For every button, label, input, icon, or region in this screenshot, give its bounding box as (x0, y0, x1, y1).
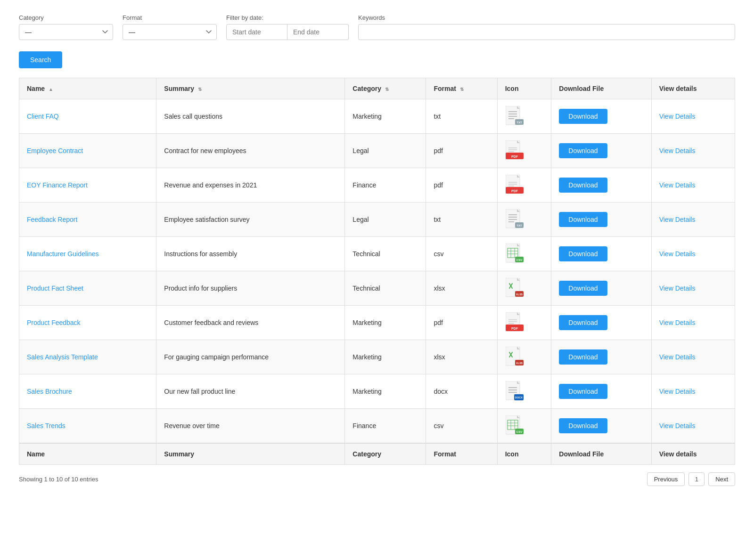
cell-view-details: View Details (651, 203, 735, 237)
col-name-label: Name (27, 85, 45, 92)
category-filter-group: Category — (19, 14, 113, 40)
table-row: EOY Finance Report Revenue and expenses … (19, 168, 735, 203)
cell-view-details: View Details (651, 306, 735, 340)
name-link[interactable]: Client FAQ (27, 113, 59, 120)
cell-download: Download (551, 271, 651, 306)
category-sort-icon[interactable]: ⇅ (385, 87, 389, 92)
cell-category: Marketing (345, 99, 426, 134)
name-link[interactable]: Sales Brochure (27, 388, 72, 395)
download-button[interactable]: Download (559, 315, 607, 330)
previous-button[interactable]: Previous (647, 472, 685, 486)
cell-summary: Customer feedback and reviews (156, 306, 345, 340)
view-details-link[interactable]: View Details (659, 113, 696, 120)
download-button[interactable]: Download (559, 281, 607, 296)
end-date-input[interactable] (287, 24, 349, 40)
name-link[interactable]: Feedback Report (27, 216, 77, 223)
cell-name: Client FAQ (19, 99, 156, 134)
cell-icon: PDF (497, 306, 551, 340)
cell-name: Sales Analysis Template (19, 340, 156, 374)
svg-text:CSV: CSV (516, 430, 522, 433)
download-button[interactable]: Download (559, 246, 607, 261)
download-button[interactable]: Download (559, 143, 607, 158)
download-button[interactable]: Download (559, 384, 607, 399)
file-icon-pdf: PDF (505, 140, 524, 161)
file-icon-xlsx: XLS5 (505, 278, 524, 299)
view-details-link[interactable]: View Details (659, 319, 696, 326)
name-link[interactable]: Product Feedback (27, 319, 81, 326)
view-details-link[interactable]: View Details (659, 388, 696, 395)
file-icon-txt: TXT (505, 106, 524, 127)
cell-icon: DOCX (497, 374, 551, 409)
table-row: Feedback Report Employee satisfaction su… (19, 203, 735, 237)
name-link[interactable]: Sales Trends (27, 422, 66, 430)
file-icon-pdf: PDF (505, 175, 524, 195)
date-inputs (226, 24, 349, 40)
category-select[interactable]: — (19, 24, 113, 40)
next-button[interactable]: Next (708, 472, 735, 486)
footer-col-download: Download File (551, 443, 651, 465)
view-details-link[interactable]: View Details (659, 422, 696, 430)
view-details-link[interactable]: View Details (659, 181, 696, 189)
cell-format: docx (426, 374, 497, 409)
footer-col-name: Name (19, 443, 156, 465)
summary-sort-icon[interactable]: ⇅ (198, 87, 202, 92)
date-filter-group: Filter by date: (226, 14, 349, 40)
file-icon-csv: CSV (505, 415, 524, 436)
table-row: Product Fact Sheet Product info for supp… (19, 271, 735, 306)
col-category-label: Category (352, 85, 381, 92)
download-button[interactable]: Download (559, 212, 607, 227)
cell-download: Download (551, 99, 651, 134)
table-body: Client FAQ Sales call questions Marketin… (19, 99, 735, 444)
name-link[interactable]: Employee Contract (27, 147, 83, 154)
format-select[interactable]: — (123, 24, 217, 40)
download-button[interactable]: Download (559, 109, 607, 124)
cell-download: Download (551, 374, 651, 409)
view-details-link[interactable]: View Details (659, 353, 696, 361)
name-link[interactable]: Sales Analysis Template (27, 353, 98, 361)
cell-download: Download (551, 168, 651, 203)
cell-format: pdf (426, 134, 497, 168)
col-icon: Icon (497, 78, 551, 99)
footer-col-format: Format (426, 443, 497, 465)
svg-text:PDF: PDF (511, 327, 518, 330)
table-row: Employee Contract Contract for new emplo… (19, 134, 735, 168)
name-sort-icon[interactable]: ▲ (49, 87, 53, 92)
cell-icon: PDF (497, 134, 551, 168)
keywords-input[interactable] (358, 24, 735, 40)
cell-icon: XLS5 (497, 271, 551, 306)
format-sort-icon[interactable]: ⇅ (460, 87, 464, 92)
cell-summary: Employee satisfaction survey (156, 203, 345, 237)
file-icon-csv: CSV (505, 243, 524, 264)
cell-view-details: View Details (651, 374, 735, 409)
cell-name: EOY Finance Report (19, 168, 156, 203)
name-link[interactable]: Manufacturer Guidelines (27, 250, 99, 258)
file-icon-xlsx: XLS5 (505, 347, 524, 367)
svg-text:PDF: PDF (511, 155, 518, 158)
search-button[interactable]: Search (19, 51, 62, 68)
cell-format: csv (426, 237, 497, 271)
keywords-label: Keywords (358, 14, 735, 21)
view-details-link[interactable]: View Details (659, 147, 696, 154)
svg-text:CSV: CSV (516, 259, 522, 261)
download-button[interactable]: Download (559, 349, 607, 365)
cell-category: Marketing (345, 306, 426, 340)
svg-text:PDF: PDF (511, 189, 518, 193)
download-button[interactable]: Download (559, 418, 607, 433)
name-link[interactable]: Product Fact Sheet (27, 284, 83, 292)
cell-icon: TXT (497, 203, 551, 237)
download-button[interactable]: Download (559, 178, 607, 193)
view-details-link[interactable]: View Details (659, 284, 696, 292)
cell-icon: PDF (497, 168, 551, 203)
name-link[interactable]: EOY Finance Report (27, 181, 88, 189)
current-page: 1 (688, 472, 705, 486)
view-details-link[interactable]: View Details (659, 250, 696, 258)
view-details-link[interactable]: View Details (659, 216, 696, 223)
start-date-input[interactable] (226, 24, 287, 40)
cell-name: Sales Brochure (19, 374, 156, 409)
cell-summary: Our new fall product line (156, 374, 345, 409)
svg-text:DOCX: DOCX (515, 396, 523, 399)
cell-format: txt (426, 203, 497, 237)
cell-summary: Revenue and expenses in 2021 (156, 168, 345, 203)
cell-category: Legal (345, 134, 426, 168)
cell-summary: Revenue over time (156, 409, 345, 444)
